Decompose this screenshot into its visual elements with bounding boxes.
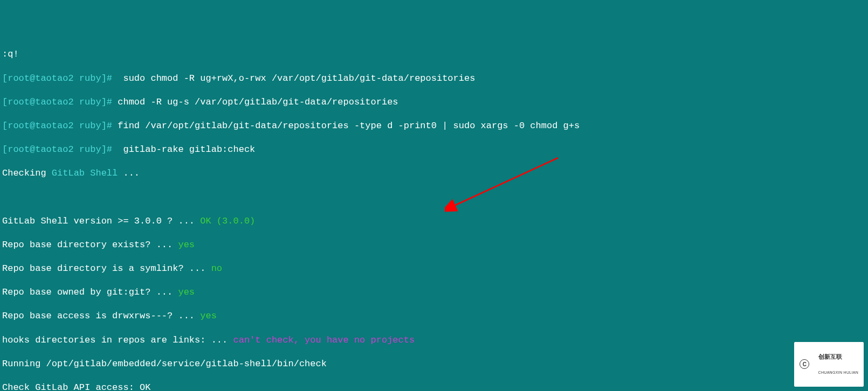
status-no: no: [211, 263, 222, 274]
status-yes: yes: [200, 311, 217, 321]
text: Running /opt/gitlab/embedded/service/git…: [2, 359, 327, 369]
text: Repo base access is drwxrws---? ...: [2, 311, 200, 321]
text: Repo base directory exists? ...: [2, 240, 178, 250]
prompt: [root@taotao2 ruby]#: [2, 73, 112, 83]
status-yes: yes: [178, 240, 195, 250]
terminal-line: Running /opt/gitlab/embedded/service/git…: [2, 358, 866, 370]
command: sudo chmod -R ug+rwX,o-rwx /var/opt/gitl…: [112, 73, 475, 83]
terminal-line: Checking GitLab Shell ...: [2, 167, 866, 179]
command: chmod -R ug-s /var/opt/gitlab/git-data/r…: [112, 97, 398, 107]
terminal-line: Repo base owned by git:git? ... yes: [2, 287, 866, 298]
terminal-line: Repo base directory is a symlink? ... no: [2, 263, 866, 275]
text: Repo base directory is a symlink? ...: [2, 263, 211, 274]
terminal-line: Check GitLab API access: OK: [2, 382, 866, 391]
watermark: C 创新互联 CHUANGXIN HULIAN: [794, 342, 864, 387]
text: Checking: [2, 168, 52, 178]
terminal-line: [root@taotao2 ruby]# sudo chmod -R ug+rw…: [2, 73, 866, 85]
annotation-arrow-icon: [445, 153, 563, 213]
terminal-line: hooks directories in repos are links: ..…: [2, 334, 866, 346]
terminal-line: [2, 192, 866, 204]
terminal-line: GitLab Shell version >= 3.0.0 ? ... OK (…: [2, 215, 866, 227]
terminal-line: [root@taotao2 ruby]# gitlab-rake gitlab:…: [2, 144, 866, 156]
prompt: [root@taotao2 ruby]#: [2, 97, 112, 107]
status-warn: can't check, you have no projects: [233, 335, 415, 345]
command: gitlab-rake gitlab:check: [112, 144, 255, 155]
text: hooks directories in repos are links: ..…: [2, 335, 233, 345]
terminal-line: Repo base directory exists? ... yes: [2, 239, 866, 251]
watermark-text: 创新互联: [818, 353, 842, 360]
command: find /var/opt/gitlab/git-data/repositori…: [112, 121, 580, 131]
text: ...: [118, 168, 140, 178]
status-yes: yes: [178, 287, 195, 297]
text: GitLab Shell: [52, 168, 118, 178]
text: GitLab Shell version >= 3.0.0 ? ...: [2, 216, 200, 226]
terminal-line: :q!: [2, 48, 866, 60]
text: Repo base owned by git:git? ...: [2, 287, 178, 297]
terminal-line: Repo base access is drwxrws---? ... yes: [2, 310, 866, 322]
watermark-sub: CHUANGXIN HULIAN: [818, 371, 858, 374]
terminal-line: [root@taotao2 ruby]# chmod -R ug-s /var/…: [2, 96, 866, 108]
terminal-line: [root@taotao2 ruby]# find /var/opt/gitla…: [2, 120, 866, 132]
prompt: [root@taotao2 ruby]#: [2, 144, 112, 155]
text: :q!: [2, 49, 19, 59]
prompt: [root@taotao2 ruby]#: [2, 121, 112, 131]
text: Check GitLab API access: OK: [2, 382, 150, 391]
status-ok: OK (3.0.0): [200, 216, 255, 226]
watermark-logo-icon: C: [800, 359, 809, 369]
